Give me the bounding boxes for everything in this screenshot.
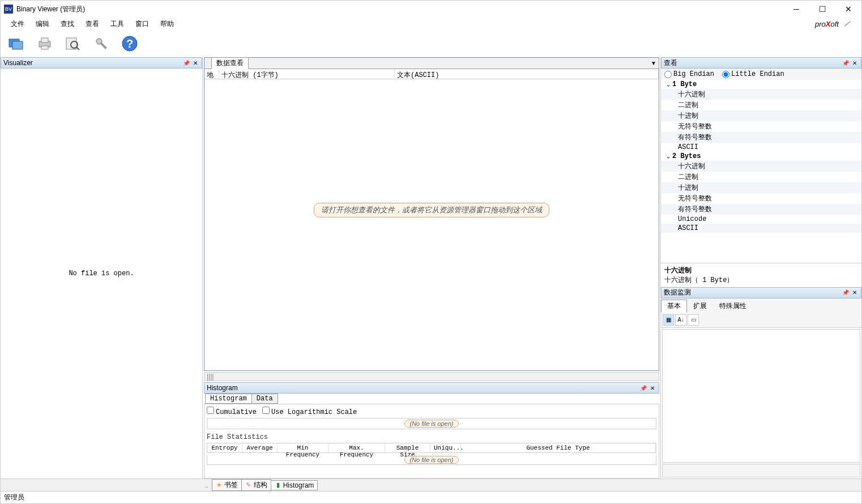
tab-dropdown-icon[interactable]: ▼ (651, 60, 656, 66)
visualizer-panel: Visualizer 📌 ✕ No file is open. (1, 57, 203, 479)
menu-view[interactable]: 查看 (80, 18, 105, 30)
view-panel: 查看 📌 ✕ Big Endian Little Endian ⌄1 Byte … (661, 57, 861, 287)
placeholder-message: 请打开你想查看的文件，或者将它从资源管理器窗口拖动到这个区域 (314, 203, 549, 217)
search-button[interactable] (61, 32, 86, 55)
monitor-footer (662, 464, 860, 477)
close-icon[interactable]: ✕ (851, 289, 859, 297)
logscale-checkbox[interactable]: Use Logarithmic Scale (262, 407, 357, 416)
pin-icon[interactable]: 📌 (842, 289, 850, 297)
titlebar: BV Binary Viewer (管理员) ─ ☐ ✕ (1, 1, 861, 18)
tab-histogram[interactable]: ▮Histogram (271, 480, 318, 490)
col-average[interactable]: Average (242, 443, 278, 452)
tree-item[interactable]: 有符号整数 (661, 132, 861, 143)
pin-icon[interactable]: 📌 (182, 59, 190, 67)
help-button[interactable]: ? (117, 32, 142, 55)
nofile-label: (No file is open) (404, 420, 458, 428)
tree-item[interactable]: 有符号整数 (661, 204, 861, 215)
print-icon (36, 35, 54, 53)
view-tree[interactable]: ⌄1 Byte 十六进制 二进制 十进制 无符号整数 有符号整数 ASCII ⌄… (661, 80, 861, 263)
settings-button[interactable] (89, 32, 114, 55)
tree-item[interactable]: 无符号整数 (661, 193, 861, 204)
tree-item[interactable]: 十进制 (661, 182, 861, 193)
minimize-button[interactable]: ─ (783, 1, 809, 18)
star-icon: ★ (216, 482, 223, 489)
tab-special[interactable]: 特殊属性 (713, 300, 753, 313)
monitor-title: 数据监测 (664, 288, 840, 297)
nofile-label: (No file is open) (404, 456, 458, 464)
tree-item[interactable]: ASCII (661, 143, 861, 152)
svg-line-7 (76, 47, 79, 50)
view-header: 查看 📌 ✕ (661, 57, 861, 69)
col-addr[interactable]: 地 (204, 69, 219, 79)
tab-structure[interactable]: ✎结构 (241, 479, 271, 491)
cumulative-checkbox[interactable]: Cumulative (207, 407, 257, 416)
toolbar: ? (1, 30, 861, 57)
close-icon[interactable]: ✕ (191, 59, 199, 67)
little-endian-radio[interactable]: Little Endian (722, 70, 784, 78)
menu-help[interactable]: 帮助 (155, 18, 180, 30)
menu-find[interactable]: 查找 (55, 18, 80, 30)
ruler-bar: |||| (204, 372, 659, 381)
histogram-empty: (No file is open) (207, 418, 656, 429)
col-entropy[interactable]: Entropy (207, 443, 242, 452)
tab-ext[interactable]: 扩展 (687, 300, 713, 313)
tree-item[interactable]: ASCII (661, 224, 861, 233)
statusbar: 管理员 (1, 491, 861, 503)
print-button[interactable] (32, 32, 57, 55)
close-icon[interactable]: ✕ (648, 384, 656, 392)
tab-basic[interactable]: 基本 (661, 300, 687, 313)
col-text[interactable]: 文本(ASCII) (395, 69, 659, 79)
categorize-button[interactable]: ▦ (663, 314, 674, 326)
tree-item[interactable]: 十六进制 (661, 161, 861, 172)
tree-item[interactable]: Unicode (661, 215, 861, 224)
big-endian-radio[interactable]: Big Endian (664, 70, 714, 78)
pencil-icon: ✎ (245, 482, 252, 489)
props-button[interactable]: ▭ (688, 314, 699, 326)
group-1byte[interactable]: ⌄1 Byte (661, 80, 861, 89)
col-sample[interactable]: Sample Size (385, 443, 430, 452)
col-minf[interactable]: Min Frequency (278, 443, 328, 452)
histogram-panel: Histogram 📌 ✕ Histogram Data Cumulative … (204, 382, 659, 479)
file-stats-label: File Statistics (207, 433, 656, 441)
tab-bookmark[interactable]: ★书签 (212, 479, 242, 491)
wrench-icon[interactable]: ⟋ (842, 19, 851, 29)
col-uniq[interactable]: Uniqu... (430, 443, 461, 452)
open-button[interactable] (4, 32, 29, 55)
visualizer-body: No file is open. (1, 69, 202, 479)
menu-tools[interactable]: 工具 (105, 18, 130, 30)
view-title: 查看 (664, 58, 840, 68)
tab-histogram[interactable]: Histogram (205, 394, 252, 404)
pin-icon[interactable]: 📌 (639, 384, 647, 392)
svg-rect-4 (41, 46, 48, 49)
tab-data-view[interactable]: 数据查看 (211, 57, 249, 69)
pin-icon[interactable]: 📌 (842, 59, 850, 67)
group-2bytes[interactable]: ⌄2 Bytes (661, 152, 861, 161)
close-button[interactable]: ✕ (835, 1, 861, 18)
tab-data[interactable]: Data (251, 394, 278, 404)
grid-body[interactable]: 请打开你想查看的文件，或者将它从资源管理器窗口拖动到这个区域 (204, 79, 659, 370)
monitor-body[interactable] (662, 329, 860, 463)
menu-file[interactable]: 文件 (5, 18, 30, 30)
maximize-button[interactable]: ☐ (809, 1, 835, 18)
sort-button[interactable]: A↓ (675, 314, 686, 326)
menu-edit[interactable]: 编辑 (30, 18, 55, 30)
chart-icon: ▮ (275, 482, 281, 489)
menu-window[interactable]: 窗口 (130, 18, 155, 30)
close-icon[interactable]: ✕ (851, 59, 859, 67)
col-hex[interactable]: 十六进制 (1字节) (219, 69, 395, 79)
svg-rect-3 (41, 38, 48, 42)
tree-item[interactable]: 二进制 (661, 100, 861, 110)
tree-item[interactable]: 十进制 (661, 110, 861, 121)
col-maxf[interactable]: Max. Frequency (328, 443, 385, 452)
status-label: 管理员 (4, 493, 24, 502)
tree-item[interactable]: 无符号整数 (661, 121, 861, 132)
settings-icon (92, 35, 110, 53)
view-detail: 十六进制 十六进制（ 1 Byte） (661, 263, 861, 287)
tree-item[interactable]: 十六进制 (661, 89, 861, 100)
brand-logo: proXoft ⟋ (815, 19, 851, 29)
svg-rect-1 (12, 41, 23, 49)
chevron-down-icon: ⌄ (667, 153, 670, 160)
tree-item[interactable]: 二进制 (661, 172, 861, 182)
monitor-panel: 数据监测 📌 ✕ 基本 扩展 特殊属性 ▦ A↓ ▭ (661, 287, 861, 479)
col-guess[interactable]: Guessed File Type (461, 443, 656, 452)
